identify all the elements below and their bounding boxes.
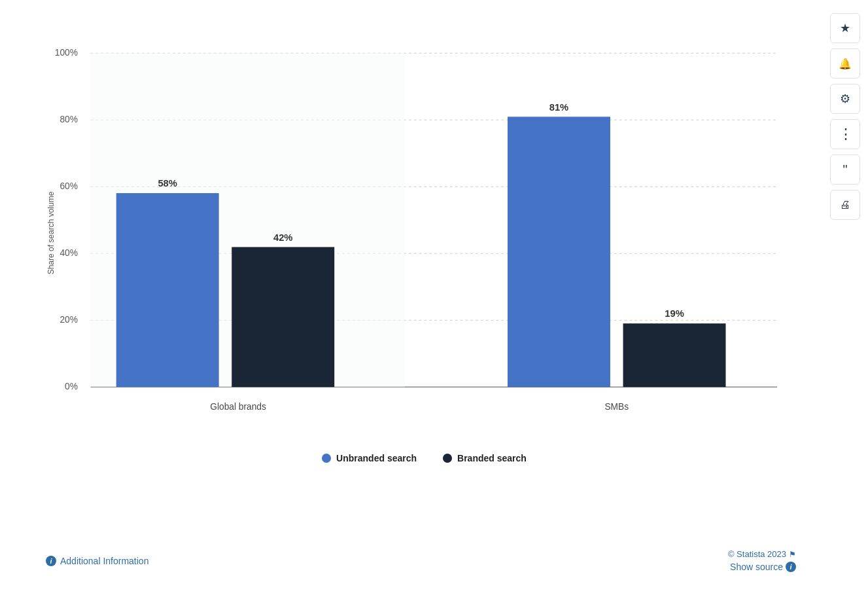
svg-text:0%: 0% — [65, 382, 78, 391]
svg-text:81%: 81% — [549, 102, 568, 113]
legend-label-branded: Branded search — [457, 453, 527, 463]
bar-smbs-unbranded — [508, 117, 610, 387]
additional-info-label: Additional Information — [60, 556, 148, 566]
svg-text:60%: 60% — [60, 181, 77, 191]
sidebar-buttons: ★ 🔔 ⚙ ⋮ " 🖨 — [822, 0, 868, 595]
svg-text:Global brands: Global brands — [210, 402, 266, 412]
svg-text:58%: 58% — [158, 178, 177, 189]
svg-text:20%: 20% — [60, 315, 77, 325]
footer-right: © Statista 2023 ⚑ Show source i — [728, 549, 796, 572]
star-button[interactable]: ★ — [830, 13, 860, 43]
chart-svg: 100% 80% 60% 40% 20% 0% — [39, 26, 809, 440]
bar-global-unbranded — [116, 193, 219, 387]
additional-info-link[interactable]: i Additional Information — [46, 556, 148, 566]
print-button[interactable]: 🖨 — [830, 190, 860, 220]
legend-dot-branded — [443, 454, 452, 463]
svg-text:40%: 40% — [60, 248, 77, 258]
bar-smbs-branded — [623, 323, 726, 387]
statista-credit: © Statista 2023 ⚑ — [728, 549, 796, 559]
bell-button[interactable]: 🔔 — [830, 48, 860, 79]
quote-button[interactable]: " — [830, 154, 860, 185]
legend: Unbranded search Branded search — [39, 453, 809, 463]
show-source-link[interactable]: Show source i — [730, 562, 796, 572]
bar-global-branded — [232, 247, 334, 387]
y-axis-label: Share of search volume — [46, 191, 56, 274]
legend-label-unbranded: Unbranded search — [336, 453, 417, 463]
svg-text:42%: 42% — [273, 232, 292, 243]
legend-item-branded: Branded search — [443, 453, 527, 463]
info-icon: i — [46, 556, 56, 566]
legend-item-unbranded: Unbranded search — [322, 453, 417, 463]
svg-text:SMBs: SMBs — [604, 402, 629, 412]
show-source-info-icon: i — [786, 562, 796, 572]
svg-text:80%: 80% — [60, 115, 77, 124]
svg-text:100%: 100% — [55, 48, 78, 58]
gear-button[interactable]: ⚙ — [830, 84, 860, 114]
share-button[interactable]: ⋮ — [830, 119, 860, 149]
chart-wrapper: Share of search volume 100% 80% 60% 40% — [39, 26, 809, 440]
legend-dot-unbranded — [322, 454, 331, 463]
main-container: Share of search volume 100% 80% 60% 40% — [0, 0, 868, 595]
svg-text:19%: 19% — [665, 308, 684, 319]
chart-area: Share of search volume 100% 80% 60% 40% — [0, 0, 822, 595]
footer: i Additional Information © Statista 2023… — [39, 543, 809, 582]
flag-icon: ⚑ — [789, 550, 796, 559]
